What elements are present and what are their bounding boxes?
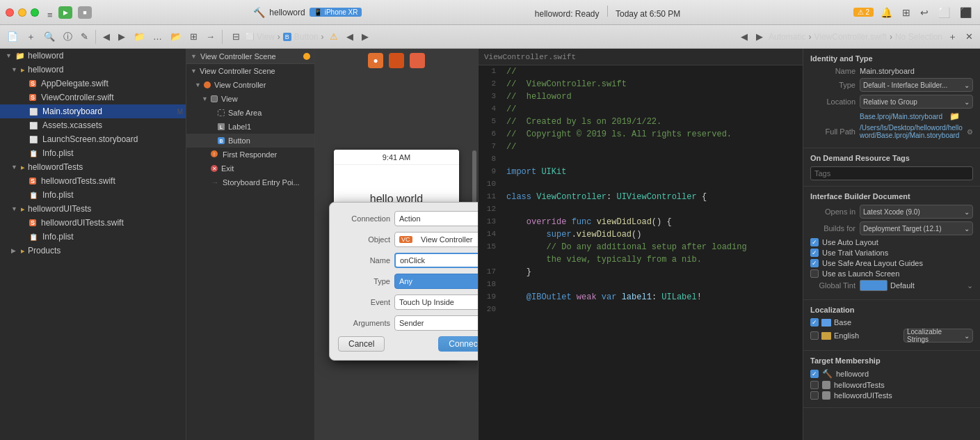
scene-vc[interactable]: ▼ View Controller xyxy=(186,78,314,92)
scene-exit[interactable]: ✕ Exit xyxy=(186,162,314,175)
toolbar-search-btn[interactable]: 🔍 xyxy=(41,30,58,43)
rb-nav-left[interactable]: ◀ xyxy=(738,30,750,43)
rp-tags-input[interactable] xyxy=(810,166,973,180)
toolbar-files2-btn[interactable]: 📁 xyxy=(131,30,147,43)
file-tree-uitestsswift[interactable]: S hellowordUITests.swift xyxy=(0,216,186,230)
object-dropdown[interactable]: VC View Controller ⌄ xyxy=(394,232,479,247)
run-button[interactable]: ▶ xyxy=(58,6,72,19)
expand-arrow: ▼ xyxy=(191,68,198,74)
connection-dropdown[interactable]: Action ⌄ xyxy=(394,211,479,226)
toolbar-dots-btn[interactable]: … xyxy=(150,30,165,43)
vc-icon xyxy=(204,81,211,88)
rp-type-dropdown[interactable]: Default - Interface Builder... ⌄ xyxy=(860,78,973,92)
toolbar-arrow-btn[interactable]: → xyxy=(203,30,218,43)
toolbar-hint-btn[interactable]: ⓘ xyxy=(61,29,75,45)
name-input[interactable] xyxy=(394,253,479,268)
rp-show-finder-icon[interactable]: ⚙ xyxy=(967,128,973,136)
scene-entry[interactable]: → Storyboard Entry Poi... xyxy=(186,175,314,189)
bc-warning-btn[interactable]: ⚠ xyxy=(327,30,341,43)
rp-target-tests-cb[interactable] xyxy=(810,381,819,389)
rp-safearea-checkbox[interactable]: ✓ xyxy=(810,259,819,267)
toolbar-back-btn[interactable]: ◀ xyxy=(100,30,113,43)
layout1-button[interactable]: ⬜ xyxy=(935,6,953,19)
folder-label: Products xyxy=(28,246,61,256)
toolbar-grid-btn[interactable]: ⊞ xyxy=(187,30,200,43)
file-tree-appdelegate[interactable]: S AppDelegate.swift xyxy=(0,77,186,91)
rb-close-btn[interactable]: ✕ xyxy=(963,30,976,43)
rp-globaltint-row: Global Tint Default ⌄ xyxy=(810,280,973,291)
rp-target-uitests-cb[interactable] xyxy=(810,391,819,400)
file-tree-infoplist[interactable]: 📋 Info.plist xyxy=(0,146,186,160)
arguments-dropdown[interactable]: Sender ⌄ xyxy=(394,315,479,331)
scene-fr-label: First Responder xyxy=(223,150,277,159)
scene-vc-scene[interactable]: ▼ View Controller Scene xyxy=(186,64,314,78)
scene-safe-area[interactable]: Safe Area xyxy=(186,106,314,120)
file-tree-testsswift[interactable]: S hellowordTests.swift xyxy=(0,174,186,188)
share-button[interactable]: ↩ xyxy=(917,6,931,19)
toolbar-fwd-btn[interactable]: ▶ xyxy=(115,30,128,43)
cancel-button[interactable]: Cancel xyxy=(338,336,385,352)
file-tree-viewcontroller[interactable]: S ViewController.swift xyxy=(0,91,186,104)
scene-button[interactable]: B Button xyxy=(186,134,314,148)
folder-label: helloword xyxy=(28,65,63,74)
rp-buildsfor-dropdown[interactable]: Deployment Target (12.1) ⌄ xyxy=(860,221,973,235)
color-swatch[interactable] xyxy=(860,280,887,291)
toolbar-file-btn[interactable]: 📄 xyxy=(4,30,21,43)
view-layout-btn[interactable]: ⊟ xyxy=(230,30,243,43)
dialog-event-row: Event Touch Up Inside ⌄ xyxy=(338,294,479,310)
rp-english-dropdown[interactable]: Localizable Strings ⌄ xyxy=(903,329,973,343)
layout2-button[interactable]: ⬛ xyxy=(957,6,974,19)
rb-nav-right[interactable]: ▶ xyxy=(753,30,766,43)
stop-button[interactable]: ■ xyxy=(78,6,92,19)
bc-nav-right[interactable]: ▶ xyxy=(359,30,371,43)
rp-location-dropdown[interactable]: Relative to Group ⌄ xyxy=(860,95,973,109)
base-folder-icon xyxy=(821,319,831,327)
file-tree-mainstoryboard[interactable]: ⬜ Main.storyboard M xyxy=(0,104,186,118)
warning-badge[interactable]: ⚠ 2 xyxy=(853,8,874,17)
rp-target-tests-row: hellowordTests xyxy=(810,381,973,389)
code-content[interactable]: 1// 2// ViewController.swift 3// hellowo… xyxy=(479,65,803,319)
notifications-button[interactable]: 🔔 xyxy=(878,6,895,19)
bc-nav-left[interactable]: ◀ xyxy=(344,30,356,43)
file-tree-tests-plist[interactable]: 📋 Info.plist xyxy=(0,188,186,202)
scene-safearea-label: Safe Area xyxy=(228,109,262,117)
rp-base-checkbox[interactable]: ✓ xyxy=(810,318,819,327)
file-tree-uitests-folder[interactable]: ▼ ▸ hellowordUITests xyxy=(0,202,186,216)
expand-arrow: ▼ xyxy=(11,66,18,73)
rp-open-finder-btn[interactable]: 📁 xyxy=(949,111,960,121)
maximize-button[interactable] xyxy=(31,8,39,17)
toolbar-plus-btn[interactable]: ＋ xyxy=(24,29,38,45)
toolbar-edit-btn[interactable]: ✎ xyxy=(78,30,91,43)
device-badge[interactable]: 📱 iPhone XR xyxy=(310,8,362,17)
connect-button[interactable]: Connect xyxy=(438,336,479,352)
event-dropdown[interactable]: Touch Up Inside ⌄ xyxy=(394,294,479,310)
rp-trait-checkbox[interactable]: ✓ xyxy=(810,249,819,257)
file-tree-launchscreen[interactable]: ⬜ LaunchScreen.storyboard xyxy=(0,132,186,146)
rp-autolayout-checkbox[interactable]: ✓ xyxy=(810,238,819,246)
file-tree-uitests-plist[interactable]: 📋 Info.plist xyxy=(0,230,186,244)
type-dropdown[interactable]: Any ⌄ xyxy=(394,274,479,289)
file-tree-products[interactable]: ▶ ▸ Products xyxy=(0,244,186,258)
file-tree-helloword[interactable]: ▼ ▸ helloword xyxy=(0,63,186,77)
file-label: hellowordTests.swift xyxy=(41,176,115,186)
rp-opensin-dropdown[interactable]: Latest Xcode (9.0) ⌄ xyxy=(860,205,973,219)
rp-target-helloword-cb[interactable]: ✓ xyxy=(810,370,819,378)
title-center: 🔨 helloword 📱 iPhone XR xyxy=(253,7,362,18)
toolbar-folder-btn[interactable]: 📂 xyxy=(168,30,184,43)
rp-english-checkbox[interactable] xyxy=(810,331,819,340)
file-tree-root[interactable]: ▼ 📁 helloword xyxy=(0,49,186,63)
file-tree-assets[interactable]: ⬜ Assets.xcassets xyxy=(0,118,186,132)
sidebar-toggle[interactable]: ≡ xyxy=(45,8,53,17)
scene-first-responder[interactable]: ! First Responder xyxy=(186,148,314,162)
minimize-button[interactable] xyxy=(18,8,26,17)
rp-target-helloword-row: ✓ 🔨 helloword xyxy=(810,369,973,379)
rp-launchscreen-checkbox[interactable] xyxy=(810,269,819,278)
rb-add-btn[interactable]: ＋ xyxy=(945,29,960,45)
scene-view[interactable]: ▼ View xyxy=(186,92,314,106)
close-button[interactable] xyxy=(6,8,14,17)
scene-label1[interactable]: L Label1 xyxy=(186,120,314,134)
bc-sep1: › xyxy=(278,32,280,42)
code-line-13: 13 override func viewDidLoad() { xyxy=(479,217,803,230)
file-tree-tests-folder[interactable]: ▼ ▸ hellowordTests xyxy=(0,160,186,174)
grid-button[interactable]: ⊞ xyxy=(899,6,913,19)
